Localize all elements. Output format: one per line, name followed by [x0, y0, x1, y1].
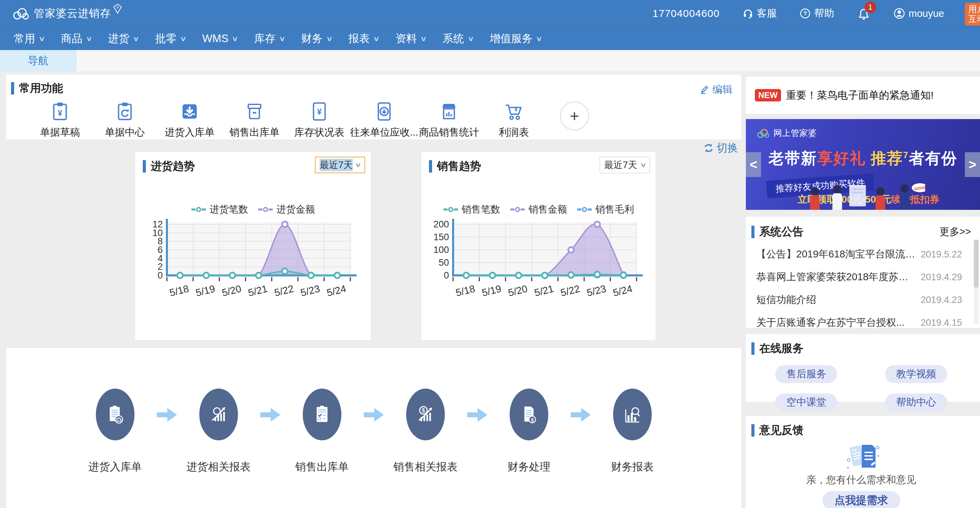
sales-trend-chart: 0501001502005/185/195/205/215/225/235/24 [426, 217, 654, 306]
app-logo: 管家婆云进销存 v [12, 6, 122, 21]
box-arrow-down-icon [179, 101, 200, 122]
help-button[interactable]: ? 帮助 [800, 6, 834, 20]
legend-item[interactable]: 销售金额 [510, 203, 567, 216]
notifications-button[interactable]: 1 [857, 6, 871, 21]
nav-item-wms[interactable]: WMS∨ [194, 27, 246, 50]
nav-item-goods[interactable]: 商品∨ [53, 27, 100, 50]
flow-step-sales-reports[interactable]: $ 销售相关报表 [387, 388, 465, 474]
clipboard-house-icon [96, 388, 134, 440]
common-functions-card: 常用功能 编辑 ¥ 单据草稿 单据中心 [6, 75, 741, 139]
flow-step-finance-reports[interactable]: 财务报表 [594, 388, 671, 474]
nav-item-finance[interactable]: 财务∨ [293, 27, 340, 50]
sales-range-dropdown[interactable]: 最近7天 ∨ [600, 157, 650, 173]
notification-count-badge: 1 [864, 2, 876, 13]
nav-item-common[interactable]: 常用∨ [6, 27, 53, 50]
carousel-prev-button[interactable]: < [746, 152, 761, 177]
bar-chart-search-icon [613, 388, 652, 440]
online-classroom-button[interactable]: 空中课堂 [775, 393, 837, 411]
chart-legend: 进货笔数进货金额 [135, 203, 371, 216]
shortcut-draft-documents[interactable]: ¥ 单据草稿 [28, 101, 92, 139]
add-shortcut-button[interactable]: + [560, 101, 589, 131]
legend-marker-icon [577, 206, 592, 212]
headset-icon [742, 8, 753, 19]
flow-step-sales-outbound[interactable]: 销售出库单 [283, 388, 361, 474]
shortcut-document-center[interactable]: 单据中心 [92, 101, 157, 139]
tutorial-videos-button[interactable]: 教学视频 [885, 365, 947, 383]
people-illustration: GOOD [801, 183, 925, 210]
nav-item-value-added[interactable]: 增值服务∨ [481, 27, 550, 50]
section-accent-bar [143, 160, 146, 173]
more-announcements-link[interactable]: 更多>> [939, 225, 971, 239]
workflow-card: 进货入库单 进货相关报表 [6, 348, 741, 508]
svg-text:5/21: 5/21 [247, 283, 269, 299]
section-title: 常用功能 [19, 81, 63, 96]
svg-text:5/20: 5/20 [221, 283, 242, 299]
chevron-down-icon: ∨ [420, 35, 427, 43]
shortcut-receivables[interactable]: 往来单位应收... [352, 101, 417, 139]
nav-item-system[interactable]: 系统∨ [434, 27, 482, 50]
pencil-icon [699, 85, 710, 95]
flow-step-purchase-inbound[interactable]: 进货入库单 [76, 388, 154, 474]
document-arrow-down-icon [374, 101, 395, 122]
contact-phone: 17704004600 [652, 8, 720, 19]
storefront-chart-icon [438, 101, 460, 122]
avatar-icon [893, 8, 905, 19]
nav-item-data[interactable]: 资料∨ [387, 27, 434, 50]
svg-text:¥: ¥ [317, 107, 322, 116]
after-sales-service-button[interactable]: 售后服务 [775, 365, 837, 383]
purchase-range-dropdown[interactable]: 最近7天 ∨ [315, 157, 365, 173]
legend-item[interactable]: 销售笔数 [443, 203, 500, 216]
flow-arrow-icon [568, 408, 594, 422]
feedback-documents-icon [842, 442, 880, 471]
chart-title: 进货趋势 [151, 159, 195, 174]
banner-brand: 网上管家婆 [773, 127, 816, 139]
document-yen-icon: ¥ [309, 101, 330, 122]
svg-text:$: $ [422, 407, 425, 414]
submit-feedback-button[interactable]: 点我提需求 [822, 491, 900, 508]
legend-item[interactable]: 进货笔数 [191, 203, 248, 216]
nav-item-purchase[interactable]: 进货∨ [100, 27, 147, 50]
svg-text:5/18: 5/18 [455, 283, 476, 299]
customer-service-button[interactable]: 客服 [742, 6, 777, 20]
legend-item[interactable]: 销售毛利 [577, 203, 634, 216]
help-center-button[interactable]: 帮助中心 [885, 393, 947, 411]
nav-item-inventory[interactable]: 库存∨ [246, 27, 293, 50]
tab-navigation[interactable]: 导航 [0, 50, 76, 72]
flow-step-purchase-reports[interactable]: 进货相关报表 [180, 388, 258, 474]
svg-text:150: 150 [433, 232, 449, 242]
user-menu[interactable]: mouyue [893, 8, 944, 19]
promo-banner[interactable]: 网上管家婆 老带新享好礼 推荐7者有份 推荐好友成功购买软件 立即领取100元-… [746, 119, 980, 210]
clipboard-check-icon [303, 388, 341, 440]
shortcut-purchase-inbound[interactable]: 进货入库单 [157, 101, 222, 139]
notice-text: 重要！菜鸟电子面单的紧急通知! [786, 88, 934, 102]
legend-item[interactable]: 进货金额 [258, 203, 315, 216]
nav-item-retail[interactable]: 批零∨ [147, 27, 194, 50]
announcement-item[interactable]: 【公告】2019年618淘宝平台限流政... 2019.5.22 [756, 243, 971, 266]
cloud-logo-icon [756, 128, 770, 139]
flow-step-finance-processing[interactable]: $ 财务处理 [490, 388, 568, 474]
user-interaction-tab[interactable]: 用户 互动 [965, 3, 980, 26]
announcement-item[interactable]: 短信功能介绍 2019.4.23 [756, 289, 971, 311]
feedback-card: 意见反馈 亲，您有什么需求和意见 点我提需求 [746, 416, 980, 508]
new-badge: NEW [755, 89, 781, 101]
online-services-card: 在线服务 售后服务 教学视频 空中课堂 帮助中心 [746, 334, 980, 402]
urgent-notice[interactable]: NEW 重要！菜鸟电子面单的紧急通知! [746, 77, 980, 114]
switch-button[interactable]: 切换 [703, 141, 738, 155]
svg-text:5/23: 5/23 [585, 283, 607, 299]
shortcut-sales-statistics[interactable]: 商品销售统计 [417, 101, 481, 139]
shortcut-sales-outbound[interactable]: 销售出库单 [222, 101, 287, 139]
carousel-next-button[interactable]: > [965, 152, 980, 177]
shortcut-profit-report[interactable]: ¥ 利润表 [481, 101, 546, 139]
svg-text:200: 200 [433, 219, 449, 230]
nav-item-reports[interactable]: 报表∨ [340, 27, 387, 50]
svg-text:5/24: 5/24 [326, 283, 347, 299]
announcement-item[interactable]: 关于店账通客户在苏宁平台授权... 2019.4.15 [756, 311, 971, 328]
shortcut-inventory-status[interactable]: ¥ 库存状况表 [287, 101, 352, 139]
chevron-down-icon: ∨ [355, 161, 362, 169]
flow-arrow-icon [465, 408, 490, 422]
edit-button[interactable]: 编辑 [699, 83, 732, 97]
chevron-down-icon: ∨ [180, 35, 186, 43]
announcement-item[interactable]: 恭喜网上管家婆荣获2018年度苏宁易... 2019.4.29 [756, 266, 971, 289]
announcements-scrollbar[interactable] [974, 240, 978, 324]
svg-text:0: 0 [444, 270, 449, 281]
